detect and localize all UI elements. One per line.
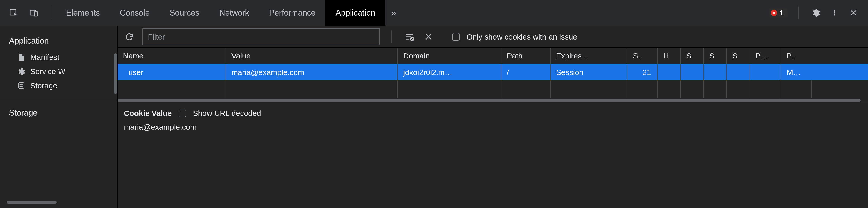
sidebar-item-label: Manifest <box>30 53 59 62</box>
toolbar-divider <box>391 31 392 43</box>
tab-network[interactable]: Network <box>209 0 259 26</box>
error-icon: × <box>771 10 777 16</box>
sidebar-section-application[interactable]: Application <box>0 33 117 49</box>
issue-filter-label[interactable]: Only show cookies with an issue <box>467 33 577 41</box>
tab-console[interactable]: Console <box>110 0 160 26</box>
col-samesite[interactable]: S <box>704 48 727 64</box>
cell-path: / <box>501 64 551 80</box>
svg-point-4 <box>834 12 835 13</box>
col-sameparty[interactable]: S <box>727 48 750 64</box>
cell-domain: jdxoi2r0i2.m… <box>398 64 501 80</box>
svg-point-6 <box>19 82 24 84</box>
tab-application[interactable]: Application <box>326 0 385 26</box>
cookie-value-title: Cookie Value <box>124 109 172 118</box>
close-devtools-icon[interactable] <box>847 6 860 19</box>
svg-point-5 <box>834 14 835 15</box>
clear-icon[interactable] <box>422 31 435 43</box>
cell-sameparty <box>727 64 750 80</box>
cell-secure <box>681 64 704 80</box>
issue-filter-checkbox[interactable] <box>452 33 460 41</box>
tabbar-divider <box>798 6 799 19</box>
sidebar-item-service-workers[interactable]: Service W <box>10 64 117 79</box>
sidebar-item-storage[interactable]: Storage <box>10 79 117 93</box>
col-size[interactable]: S.. <box>627 48 658 64</box>
cookies-table: Name Value Domain Path Expires .. S.. H … <box>118 48 868 103</box>
url-decoded-label[interactable]: Show URL decoded <box>193 109 261 118</box>
clear-all-filter-icon[interactable] <box>403 31 415 43</box>
sidebar-section-storage[interactable]: Storage <box>0 105 117 121</box>
tabbar-divider <box>52 6 52 19</box>
col-httponly[interactable]: H <box>658 48 681 64</box>
tab-sources[interactable]: Sources <box>160 0 209 26</box>
table-horizontal-scrollbar[interactable] <box>118 98 868 103</box>
error-count-badge[interactable]: × 1 <box>769 8 788 18</box>
application-sidebar: Application Manifest Service W <box>0 26 118 208</box>
col-partitionkey[interactable]: P… <box>750 48 781 64</box>
col-secure[interactable]: S <box>681 48 704 64</box>
cookie-value-text[interactable]: maria@example.com <box>124 118 862 132</box>
cookies-toolbar: Only show cookies with an issue <box>118 26 868 48</box>
tab-elements[interactable]: Elements <box>56 0 110 26</box>
svg-rect-2 <box>34 11 37 16</box>
cell-value: maria@example.com <box>226 64 398 80</box>
col-path[interactable]: Path <box>501 48 551 64</box>
settings-icon[interactable] <box>809 6 822 19</box>
cookie-detail-pane: Cookie Value Show URL decoded maria@exam… <box>118 103 868 208</box>
cell-priority: M… <box>781 64 812 80</box>
device-toolbar-icon[interactable] <box>28 6 40 19</box>
table-header: Name Value Domain Path Expires .. S.. H … <box>118 48 868 64</box>
url-decoded-checkbox[interactable] <box>179 109 186 117</box>
storage-icon <box>17 82 25 90</box>
cell-expires: Session <box>551 64 627 80</box>
sidebar-item-label: Storage <box>30 81 57 90</box>
devtools-tabbar: Elements Console Sources Network Perform… <box>0 0 868 26</box>
col-name[interactable]: Name <box>118 48 226 64</box>
filter-input[interactable] <box>143 29 380 45</box>
sidebar-item-label: Service W <box>30 67 65 76</box>
manifest-icon <box>17 53 25 62</box>
table-row[interactable]: user maria@example.com jdxoi2r0i2.m… / S… <box>118 64 868 80</box>
refresh-icon[interactable] <box>123 31 135 43</box>
col-priority[interactable]: P.. <box>781 48 812 64</box>
tabs-overflow-icon[interactable]: » <box>385 7 402 18</box>
cell-partitionkey <box>750 64 781 80</box>
col-expires[interactable]: Expires .. <box>551 48 627 64</box>
cell-name: user <box>118 64 226 80</box>
table-row-empty[interactable] <box>118 80 868 98</box>
col-domain[interactable]: Domain <box>398 48 501 64</box>
cell-httponly <box>658 64 681 80</box>
gear-icon <box>17 68 25 76</box>
sidebar-item-manifest[interactable]: Manifest <box>10 50 117 64</box>
sidebar-separator <box>0 100 117 100</box>
inspect-element-icon[interactable] <box>7 6 20 19</box>
cell-samesite <box>704 64 727 80</box>
kebab-menu-icon[interactable] <box>828 6 841 19</box>
col-value[interactable]: Value <box>226 48 398 64</box>
error-count: 1 <box>779 9 783 17</box>
tab-performance[interactable]: Performance <box>259 0 326 26</box>
sidebar-horizontal-scrollbar[interactable] <box>7 201 57 204</box>
cell-size: 21 <box>627 64 658 80</box>
svg-point-3 <box>834 10 835 12</box>
